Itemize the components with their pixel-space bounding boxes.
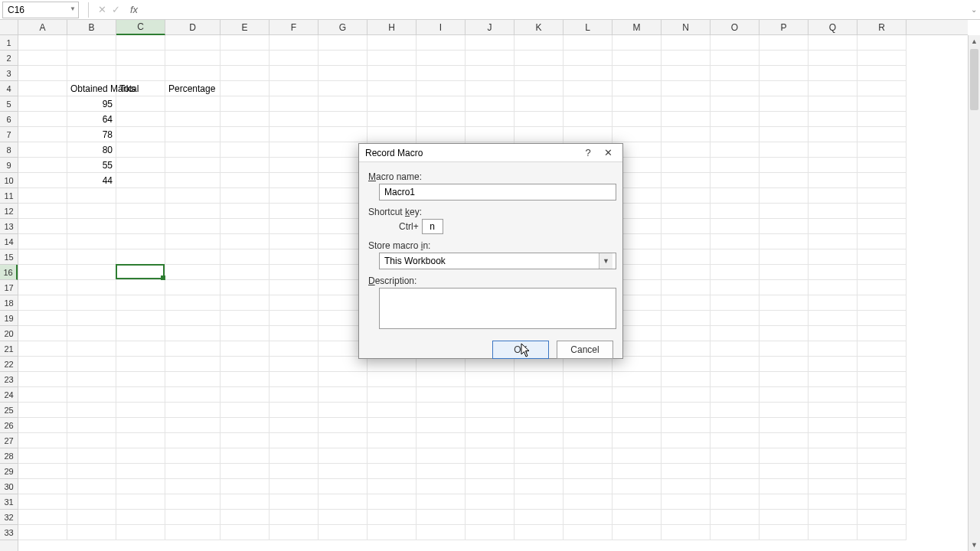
cell-O10[interactable] — [710, 173, 760, 188]
cell-J1[interactable] — [466, 35, 514, 51]
cell-A14[interactable] — [18, 234, 67, 249]
cell-O15[interactable] — [710, 249, 760, 265]
cell-F1[interactable] — [270, 35, 318, 51]
cell-K30[interactable] — [514, 479, 564, 494]
cell-C25[interactable] — [116, 403, 165, 418]
cell-C4[interactable]: Total — [116, 81, 165, 96]
cell-E4[interactable] — [220, 81, 270, 96]
cell-N10[interactable] — [662, 173, 710, 188]
cell-G28[interactable] — [318, 448, 368, 464]
cell-B31[interactable] — [67, 494, 116, 510]
cell-E16[interactable] — [220, 265, 270, 280]
cell-G27[interactable] — [318, 433, 368, 448]
cell-N7[interactable] — [662, 127, 710, 142]
row-header-31[interactable]: 31 — [0, 494, 18, 510]
cell-R14[interactable] — [858, 234, 906, 249]
cell-E28[interactable] — [220, 448, 270, 464]
cell-C12[interactable] — [116, 204, 165, 219]
column-header-Q[interactable]: Q — [808, 20, 858, 35]
cell-N25[interactable] — [662, 403, 710, 418]
column-header-H[interactable]: H — [368, 20, 416, 35]
cell-G32[interactable] — [318, 510, 368, 525]
cell-Q16[interactable] — [808, 265, 858, 280]
cell-O25[interactable] — [710, 403, 760, 418]
store-macro-select[interactable]: ▼ — [379, 253, 613, 269]
cell-C20[interactable] — [116, 326, 165, 341]
cell-F25[interactable] — [270, 403, 318, 418]
row-header-23[interactable]: 23 — [0, 372, 18, 387]
cell-Q3[interactable] — [808, 66, 858, 81]
cell-Q23[interactable] — [808, 372, 858, 387]
cell-Q12[interactable] — [808, 204, 858, 219]
cell-L28[interactable] — [564, 448, 612, 464]
cell-P21[interactable] — [760, 341, 808, 357]
cell-D1[interactable] — [165, 35, 220, 51]
cell-E32[interactable] — [220, 510, 270, 525]
cell-K31[interactable] — [514, 494, 564, 510]
cell-P14[interactable] — [760, 234, 808, 249]
cell-D4[interactable]: Percentage — [165, 81, 220, 96]
cell-R25[interactable] — [858, 403, 906, 418]
cell-F13[interactable] — [270, 219, 318, 234]
cell-G33[interactable] — [318, 525, 368, 540]
cell-Q30[interactable] — [808, 479, 858, 494]
cell-H3[interactable] — [368, 66, 416, 81]
description-textarea[interactable] — [379, 288, 616, 329]
cell-R19[interactable] — [858, 311, 906, 326]
cell-A25[interactable] — [18, 403, 67, 418]
cell-F27[interactable] — [270, 433, 318, 448]
cell-O22[interactable] — [710, 357, 760, 372]
cell-R20[interactable] — [858, 326, 906, 341]
cell-P11[interactable] — [760, 188, 808, 204]
cell-P27[interactable] — [760, 433, 808, 448]
cell-D32[interactable] — [165, 510, 220, 525]
cell-B32[interactable] — [67, 510, 116, 525]
cell-P3[interactable] — [760, 66, 808, 81]
cell-K23[interactable] — [514, 372, 564, 387]
cell-N12[interactable] — [662, 204, 710, 219]
cell-P23[interactable] — [760, 372, 808, 387]
cell-E9[interactable] — [220, 158, 270, 173]
cell-P32[interactable] — [760, 510, 808, 525]
cell-E10[interactable] — [220, 173, 270, 188]
cell-E1[interactable] — [220, 35, 270, 51]
row-header-1[interactable]: 1 — [0, 35, 18, 51]
cell-D5[interactable] — [165, 96, 220, 112]
cell-C2[interactable] — [116, 51, 165, 66]
cell-C14[interactable] — [116, 234, 165, 249]
column-header-K[interactable]: K — [514, 20, 564, 35]
cell-E12[interactable] — [220, 204, 270, 219]
cell-R28[interactable] — [858, 448, 906, 464]
column-header-M[interactable]: M — [612, 20, 662, 35]
cell-F8[interactable] — [270, 142, 318, 158]
cell-C33[interactable] — [116, 525, 165, 540]
column-header-P[interactable]: P — [760, 20, 808, 35]
cell-J3[interactable] — [466, 66, 514, 81]
cell-R10[interactable] — [858, 173, 906, 188]
cell-P5[interactable] — [760, 96, 808, 112]
cell-D8[interactable] — [165, 142, 220, 158]
cell-M31[interactable] — [612, 494, 662, 510]
cell-B10[interactable]: 44 — [67, 173, 116, 188]
cell-B19[interactable] — [67, 311, 116, 326]
cell-O12[interactable] — [710, 204, 760, 219]
cell-L29[interactable] — [564, 464, 612, 479]
cell-F22[interactable] — [270, 357, 318, 372]
cell-Q21[interactable] — [808, 341, 858, 357]
cell-N24[interactable] — [662, 387, 710, 403]
cell-H23[interactable] — [368, 372, 416, 387]
cell-I3[interactable] — [416, 66, 466, 81]
row-header-7[interactable]: 7 — [0, 127, 18, 142]
cell-P31[interactable] — [760, 494, 808, 510]
cell-E31[interactable] — [220, 494, 270, 510]
cell-A24[interactable] — [18, 387, 67, 403]
cell-C3[interactable] — [116, 66, 165, 81]
cell-G25[interactable] — [318, 403, 368, 418]
cancel-formula-icon[interactable]: ✕ — [95, 4, 109, 15]
formula-input[interactable] — [141, 2, 968, 18]
cell-A20[interactable] — [18, 326, 67, 341]
cell-N22[interactable] — [662, 357, 710, 372]
cell-H26[interactable] — [368, 418, 416, 433]
cell-P13[interactable] — [760, 219, 808, 234]
cell-M26[interactable] — [612, 418, 662, 433]
